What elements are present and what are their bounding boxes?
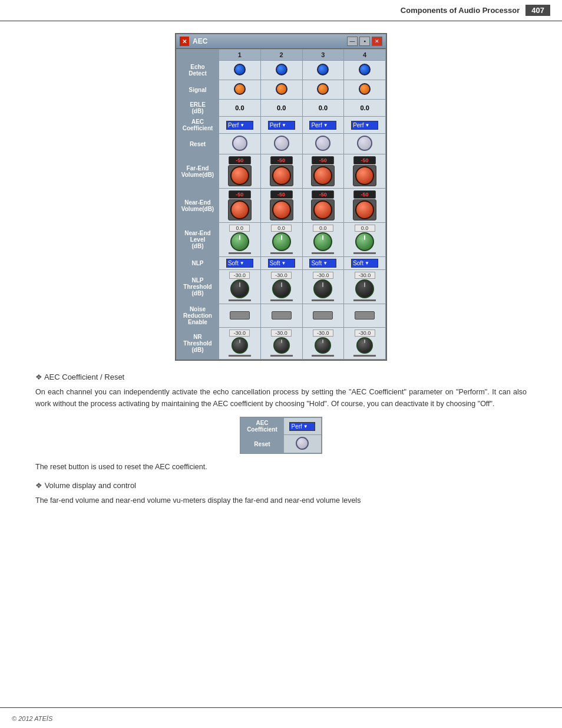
nlp-threshold-slider-2[interactable]	[270, 299, 293, 301]
nlp-2[interactable]: Soft▼	[260, 257, 302, 270]
reset-btn-3[interactable]	[315, 136, 330, 151]
near-end-vol-display-2: -50	[270, 190, 293, 199]
near-end-level-knob-4[interactable]	[355, 232, 374, 251]
aec-coeff-dropdown-3[interactable]: Perf▼	[309, 121, 336, 130]
near-end-vol-knob-4[interactable]	[353, 199, 376, 220]
near-end-vol-knob-3[interactable]	[311, 199, 335, 220]
near-end-level-ctrl-3: 0.0	[304, 225, 343, 255]
aec-coeff-dropdown-2[interactable]: Perf▼	[268, 121, 295, 130]
near-end-vol-3: -50	[302, 189, 344, 223]
coeff-reset-btn[interactable]	[296, 437, 309, 450]
noise-reduction-2[interactable]	[260, 304, 302, 328]
nlp-threshold-knob-1[interactable]	[230, 279, 249, 298]
noise-reduction-1[interactable]	[219, 304, 261, 328]
far-end-knob-4[interactable]	[353, 165, 376, 186]
coeff-table-dropdown[interactable]: Perf▼	[283, 418, 321, 435]
near-end-level-slider-4[interactable]	[353, 252, 376, 254]
reset-btn-4[interactable]	[357, 136, 372, 151]
far-end-ctrl-3: -50	[304, 156, 343, 186]
nlp-threshold-knob-2[interactable]	[272, 279, 291, 298]
reset-1[interactable]	[219, 134, 261, 154]
far-end-2: -50	[260, 154, 302, 189]
empty-label	[177, 50, 219, 61]
erle-row: ERLE(dB) 0.0 0.0 0.0 0.0	[177, 100, 386, 117]
near-end-level-ctrl-2: 0.0	[262, 225, 301, 255]
nlp-3[interactable]: Soft▼	[302, 257, 344, 270]
restore-button[interactable]: ▪	[359, 37, 370, 46]
nlp-threshold-3: -30.0	[302, 270, 344, 304]
nlp-threshold-slider-4[interactable]	[353, 299, 376, 301]
nlp-label: NLP	[177, 257, 219, 270]
nlp-threshold-knob-3[interactable]	[313, 279, 332, 298]
near-end-level-knob-1[interactable]	[230, 232, 249, 251]
noise-reduction-toggle-3[interactable]	[313, 311, 333, 319]
coeff-reset-cell[interactable]	[283, 435, 321, 453]
nlp-dropdown-3[interactable]: Soft▼	[309, 259, 336, 268]
reset-note: The reset button is used to reset the AE…	[35, 461, 527, 473]
nr-threshold-knob-4[interactable]	[356, 337, 373, 354]
nr-threshold-slider-2[interactable]	[270, 355, 293, 357]
nr-threshold-knob-3[interactable]	[315, 337, 331, 354]
near-end-level-val-2: 0.0	[271, 225, 292, 232]
erle-3: 0.0	[302, 100, 344, 117]
nlp-dropdown-4[interactable]: Soft▼	[351, 259, 378, 268]
nlp-dropdown-2[interactable]: Soft▼	[268, 259, 295, 268]
minimize-button[interactable]: —	[347, 37, 358, 46]
far-end-ctrl-1: -50	[220, 156, 259, 186]
nr-threshold-ctrl-2: -30.0	[262, 330, 301, 357]
nr-threshold-slider-4[interactable]	[353, 355, 376, 357]
nlp-4[interactable]: Soft▼	[344, 257, 386, 270]
far-end-display-1: -50	[229, 156, 251, 164]
nlp-threshold-slider-3[interactable]	[312, 299, 334, 301]
nlp-dropdown-1[interactable]: Soft▼	[226, 259, 253, 268]
reset-btn-2[interactable]	[274, 136, 289, 151]
far-end-knob-3[interactable]	[311, 165, 335, 186]
near-end-level-slider-3[interactable]	[312, 252, 334, 254]
aec-coeff-row: AECCoefficient Perf▼ Perf▼ Perf▼ Perf▼	[177, 117, 386, 134]
nr-threshold-slider-1[interactable]	[229, 355, 251, 357]
nlp-threshold-1: -30.0	[219, 270, 261, 304]
noise-reduction-toggle-2[interactable]	[272, 311, 292, 319]
aec-coeff-dropdown-1[interactable]: Perf▼	[226, 121, 253, 130]
near-end-level-val-4: 0.0	[355, 225, 375, 232]
noise-reduction-toggle-1[interactable]	[230, 311, 250, 319]
nlp-threshold-slider-1[interactable]	[229, 299, 251, 301]
nr-threshold-slider-3[interactable]	[312, 355, 334, 357]
aec-coeff-section: AEC Coefficient / Reset On each channel …	[35, 373, 527, 473]
near-end-level-slider-1[interactable]	[229, 252, 251, 254]
reset-3[interactable]	[302, 134, 344, 154]
far-end-knob-1[interactable]	[228, 165, 252, 186]
aec-coeff-2[interactable]: Perf▼	[260, 117, 302, 134]
erle-label: ERLE(dB)	[177, 100, 219, 117]
aec-coeff-4[interactable]: Perf▼	[344, 117, 386, 134]
far-end-knob-2[interactable]	[270, 165, 293, 186]
near-end-vol-knob-1[interactable]	[228, 199, 252, 220]
noise-reduction-3[interactable]	[302, 304, 344, 328]
aec-coeff-body: On each channel you can independently ac…	[35, 386, 527, 410]
nr-threshold-3: -30.0	[302, 328, 344, 360]
near-end-vol-knob-2[interactable]	[270, 199, 293, 220]
nr-threshold-knob-1[interactable]	[232, 337, 248, 354]
coeff-dropdown[interactable]: Perf▼	[289, 422, 315, 431]
noise-reduction-4[interactable]	[344, 304, 386, 328]
reset-4[interactable]	[344, 134, 386, 154]
nlp-1[interactable]: Soft▼	[219, 257, 261, 270]
near-end-vol-ctrl-2: -50	[262, 190, 301, 220]
nr-threshold-knob-2[interactable]	[273, 337, 290, 354]
nr-threshold-ctrl-3: -30.0	[304, 330, 343, 357]
aec-coeff-3[interactable]: Perf▼	[302, 117, 344, 134]
nlp-threshold-knob-4[interactable]	[355, 279, 374, 298]
reset-btn-1[interactable]	[232, 136, 247, 151]
near-end-level-3: 0.0	[302, 223, 344, 257]
near-end-level-knob-2[interactable]	[272, 232, 291, 251]
aec-coeff-dropdown-4[interactable]: Perf▼	[351, 121, 378, 130]
near-end-level-slider-2[interactable]	[270, 252, 293, 254]
echo-detect-led-2	[276, 64, 287, 75]
noise-reduction-toggle-4[interactable]	[355, 311, 375, 319]
near-end-level-4: 0.0	[344, 223, 386, 257]
near-end-vol-display-1: -50	[229, 190, 251, 199]
reset-2[interactable]	[260, 134, 302, 154]
near-end-level-knob-3[interactable]	[313, 232, 332, 251]
close-button[interactable]: ✕	[372, 37, 382, 46]
aec-coeff-1[interactable]: Perf▼	[219, 117, 261, 134]
